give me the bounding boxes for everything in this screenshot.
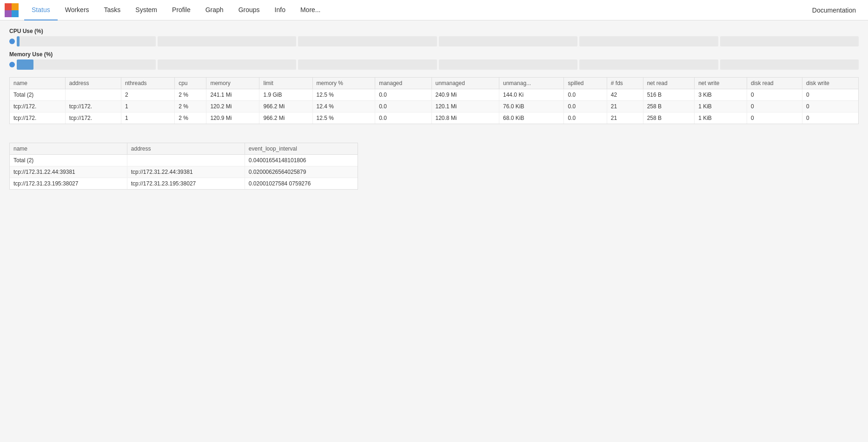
nav-items: Status Workers Tasks System Profile Grap…: [24, 0, 805, 20]
col-memory: memory: [206, 78, 259, 89]
nav-item-graph[interactable]: Graph: [198, 0, 231, 20]
table-cell: 42: [607, 89, 643, 101]
table-cell: 258 B: [643, 101, 695, 112]
memory-progress-container: [9, 59, 859, 70]
table-cell: 1.9 GiB: [259, 89, 312, 101]
table-cell: Total (2): [10, 89, 65, 101]
table-cell: 0.0: [375, 112, 431, 124]
table-cell: 76.0 KiB: [499, 101, 564, 112]
table-cell: tcp://172.: [10, 112, 65, 124]
event-loop-header-row: name address event_loop_interval: [10, 143, 358, 155]
event-loop-table-row: Total (2)0.04001654148101806: [10, 155, 358, 166]
nav-item-system[interactable]: System: [128, 0, 165, 20]
table-cell: 0.02000626564025879: [245, 166, 358, 178]
col-limit: limit: [259, 78, 312, 89]
table-cell: 68.0 KiB: [499, 112, 564, 124]
svg-rect-1: [12, 3, 19, 10]
table-cell: 966.2 Mi: [259, 112, 312, 124]
table-cell: 12.4 %: [312, 101, 375, 112]
cpu-bar-4: [439, 36, 578, 46]
table-cell: 1: [121, 112, 174, 124]
table-cell: 0.0: [564, 101, 607, 112]
table-cell: 120.8 Mi: [431, 112, 499, 124]
table-cell: 2 %: [175, 101, 206, 112]
col-managed: managed: [375, 78, 431, 89]
table-cell: 241.1 Mi: [206, 89, 259, 101]
memory-bar-2: [158, 59, 297, 70]
table-cell: tcp://172.: [65, 112, 121, 124]
cpu-bar-1: [17, 36, 156, 46]
table-cell: 240.9 Mi: [431, 89, 499, 101]
nav-item-tasks[interactable]: Tasks: [97, 0, 128, 20]
svg-rect-3: [12, 10, 19, 17]
table-cell: [127, 155, 245, 166]
event-loop-table-wrapper: name address event_loop_interval Total (…: [9, 143, 358, 190]
table-cell: 0.02001027584 0759276: [245, 178, 358, 190]
table-cell: tcp://172.: [65, 101, 121, 112]
event-loop-table-row: tcp://172.31.22.44:39381tcp://172.31.22.…: [10, 166, 358, 178]
table-cell: 258 B: [643, 112, 695, 124]
table-cell: 0: [802, 112, 858, 124]
cpu-label: CPU Use (%): [9, 28, 859, 34]
memory-bar-1: [17, 59, 156, 70]
table-cell: 21: [607, 101, 643, 112]
workers-table: name address nthreads cpu memory limit m…: [10, 78, 858, 124]
cpu-bar-2: [158, 36, 297, 46]
col-nthreads: nthreads: [121, 78, 174, 89]
workers-table-row: tcp://172.tcp://172.12 %120.2 Mi966.2 Mi…: [10, 101, 858, 112]
nav-item-info[interactable]: Info: [267, 0, 293, 20]
table-cell: 21: [607, 112, 643, 124]
col-address: address: [65, 78, 121, 89]
nav-item-status[interactable]: Status: [24, 0, 58, 20]
col-spilled: spilled: [564, 78, 607, 89]
table-cell: tcp://172.31.22.44:39381: [10, 166, 127, 178]
table-cell: 2: [121, 89, 174, 101]
col-net-write: net write: [695, 78, 747, 89]
table-cell: 0.04001654148101806: [245, 155, 358, 166]
col-net-read: net read: [643, 78, 695, 89]
nav-item-groups[interactable]: Groups: [231, 0, 267, 20]
nav-item-workers[interactable]: Workers: [58, 0, 97, 20]
event-loop-table: name address event_loop_interval Total (…: [10, 143, 358, 189]
event-loop-table-row: tcp://172.31.23.195:38027tcp://172.31.23…: [10, 178, 358, 190]
col-disk-read: disk read: [747, 78, 802, 89]
col2-event-loop: event_loop_interval: [245, 143, 358, 155]
workers-table-wrapper: name address nthreads cpu memory limit m…: [9, 77, 859, 124]
table-cell: 2 %: [175, 112, 206, 124]
memory-bar-4: [439, 59, 578, 70]
cpu-section: CPU Use (%): [9, 28, 859, 46]
memory-dot: [9, 62, 15, 67]
table-cell: tcp://172.: [10, 101, 65, 112]
col2-address: address: [127, 143, 245, 155]
table-cell: tcp://172.31.23.195:38027: [127, 178, 245, 190]
documentation-link[interactable]: Documentation: [805, 7, 863, 14]
workers-table-header-row: name address nthreads cpu memory limit m…: [10, 78, 858, 89]
table-cell: 0: [747, 101, 802, 112]
main-content: CPU Use (%) Memory Use (%): [0, 20, 868, 197]
cpu-progress-container: [9, 36, 859, 46]
memory-label: Memory Use (%): [9, 51, 859, 58]
table-cell: Total (2): [10, 155, 127, 166]
table-cell: 3 KiB: [695, 89, 747, 101]
svg-rect-2: [5, 10, 12, 17]
table-cell: 1: [121, 101, 174, 112]
table-cell: 12.5 %: [312, 89, 375, 101]
table-cell: 516 B: [643, 89, 695, 101]
table-cell: 0.0: [564, 89, 607, 101]
nav-item-more[interactable]: More...: [293, 0, 328, 20]
col-disk-write: disk write: [802, 78, 858, 89]
nav-item-profile[interactable]: Profile: [165, 0, 198, 20]
table-cell: 0.0: [564, 112, 607, 124]
col2-name: name: [10, 143, 127, 155]
table-cell: 120.2 Mi: [206, 101, 259, 112]
col-unmanaged1: unmanaged: [431, 78, 499, 89]
table-cell: 0: [747, 89, 802, 101]
col-cpu: cpu: [175, 78, 206, 89]
col-unmanaged2: unmanag...: [499, 78, 564, 89]
memory-section: Memory Use (%): [9, 51, 859, 70]
memory-bar-3: [298, 59, 437, 70]
col-fds: # fds: [607, 78, 643, 89]
table-cell: 0.0: [375, 101, 431, 112]
col-name: name: [10, 78, 65, 89]
table-cell: tcp://172.31.22.44:39381: [127, 166, 245, 178]
